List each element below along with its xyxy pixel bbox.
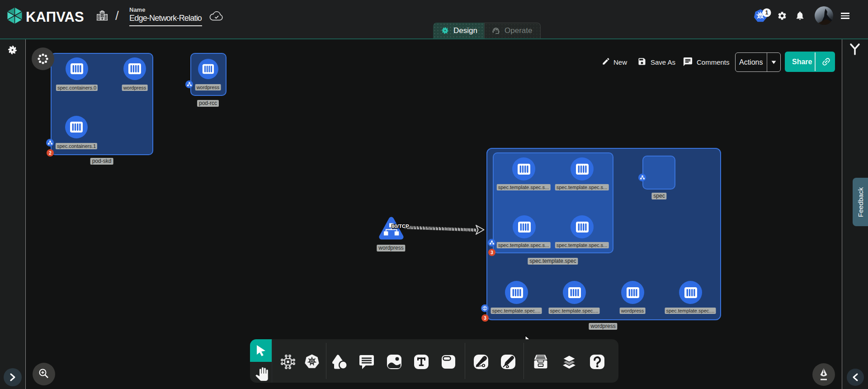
svg-text:1: 1	[765, 9, 769, 16]
